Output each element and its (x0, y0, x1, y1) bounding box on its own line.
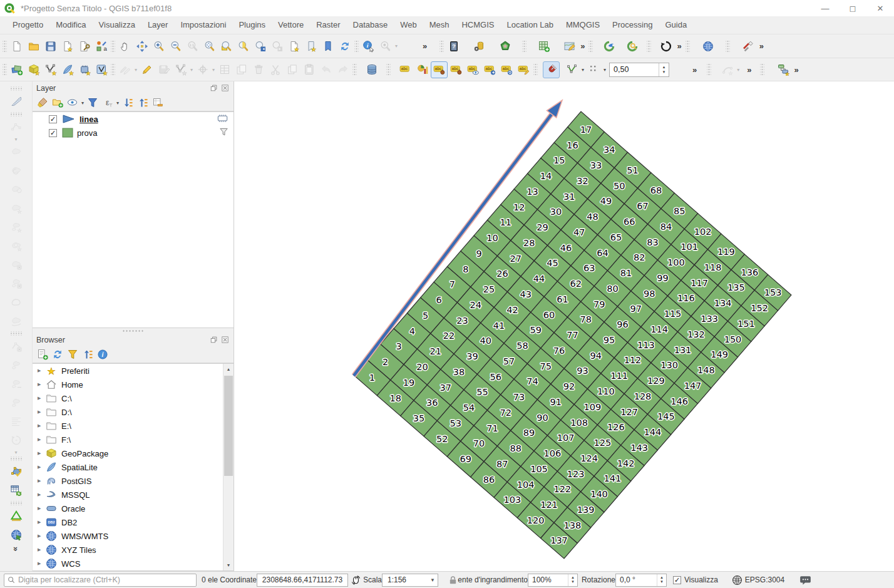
expand-arrow-icon[interactable]: ▶ (38, 437, 45, 442)
menu-guida[interactable]: Guida (659, 16, 693, 34)
pan-to-selection-icon[interactable] (133, 38, 150, 54)
processing-toolbox-icon[interactable] (471, 38, 488, 54)
osm-place-search-plugin-icon[interactable] (8, 527, 24, 544)
menu-raster[interactable]: Raster (310, 16, 346, 34)
edit-map-plugin-icon[interactable] (561, 38, 578, 54)
curve-digitizing-dropdown-icon[interactable]: ▾ (736, 67, 741, 73)
snapping-options-icon[interactable] (563, 61, 580, 78)
browser-item-e-[interactable]: ▶E:\ (33, 419, 234, 433)
layer-labeling-options-icon[interactable]: abc (397, 61, 414, 78)
identify-features-icon[interactable]: i (360, 38, 377, 54)
collapse-all-icon[interactable] (135, 95, 150, 110)
scrollbar-track[interactable] (224, 374, 234, 560)
toggle-editing-icon[interactable] (138, 61, 155, 78)
digitizing-tools-plugin-icon[interactable] (8, 508, 24, 525)
close-button[interactable]: ✕ (866, 0, 894, 16)
expand-arrow-icon[interactable]: ▶ (38, 382, 45, 387)
run-feature-action-dropdown-icon[interactable]: ▾ (394, 43, 399, 49)
show-spatial-bookmarks-icon[interactable]: ★ (302, 38, 319, 54)
scrollbar-thumb[interactable] (224, 376, 233, 476)
enable-tracing-icon[interactable] (585, 61, 602, 78)
expand-arrow-icon[interactable]: ▶ (38, 451, 45, 456)
expand-arrow-icon[interactable]: ▶ (38, 423, 45, 428)
web-plugin-icon[interactable] (700, 38, 717, 54)
messages-icon[interactable] (799, 574, 811, 586)
snapping-tolerance-spinbox[interactable]: 0,50▲▼ (609, 63, 669, 77)
add-selected-layers-icon[interactable] (35, 347, 50, 362)
layer-visibility-checkbox[interactable]: ✓ (49, 129, 57, 137)
menu-processing[interactable]: Processing (606, 16, 659, 34)
leftbar-overflow-icon[interactable]: » (11, 544, 21, 554)
toolbar-overflow-4-icon[interactable]: » (757, 41, 766, 51)
minimize-button[interactable]: — (811, 0, 839, 16)
scale-combo[interactable]: 1:156 ▼ (382, 574, 438, 587)
toolbar-overflow-6-icon[interactable]: » (744, 65, 754, 75)
browser-item-c-[interactable]: ▶C:\ (33, 391, 234, 405)
toolbar-overflow-5-icon[interactable]: » (690, 65, 699, 75)
expand-arrow-icon[interactable]: ▶ (38, 561, 45, 566)
magnifier-spinbox[interactable]: 100% ▲▼ (528, 574, 578, 587)
open-project-icon[interactable] (25, 38, 42, 54)
layer-visibility-checkbox[interactable]: ✓ (49, 115, 57, 123)
browser-item-wcs[interactable]: ▶WCS (33, 557, 234, 570)
expand-arrow-icon[interactable]: ▶ (38, 410, 45, 415)
pin-unpin-labels-icon[interactable]: abc (448, 61, 465, 78)
new-project-icon[interactable] (8, 38, 25, 54)
browser-item-oracle[interactable]: ▶Oracle (33, 502, 234, 515)
filter-browser-icon[interactable] (65, 347, 80, 362)
coordinate-display[interactable]: 2308648.66,4171112.73 (257, 574, 348, 587)
menu-location-lab[interactable]: Location Lab (500, 16, 559, 34)
magnifier-spin-arrows-icon[interactable]: ▲▼ (568, 574, 577, 586)
layer-name[interactable]: prova (77, 128, 219, 138)
layer-name[interactable]: linea (80, 115, 217, 124)
scroll-up-icon[interactable]: ▲ (224, 364, 234, 374)
add-delimited-text-layer-icon[interactable]: ★ (59, 61, 76, 78)
qgis-resource-plugin-icon[interactable] (600, 38, 617, 54)
enable-tracing-dropdown-icon[interactable]: ▾ (602, 67, 607, 73)
bookmark-manager-icon[interactable] (319, 38, 336, 54)
rotation-spin-arrows-icon[interactable]: ▲▼ (657, 574, 666, 586)
map-canvas[interactable]: 1234567891011121314151617181920212223242… (234, 81, 894, 571)
add-geopackage-layer-icon[interactable]: ★ (25, 61, 42, 78)
help-contents-icon[interactable]: ? (445, 38, 462, 54)
remove-layer-icon[interactable] (150, 95, 165, 110)
filter-by-expression-dropdown-icon[interactable]: ▾ (115, 100, 120, 106)
menu-mesh[interactable]: Mesh (423, 16, 456, 34)
filter-legend-icon[interactable] (85, 95, 100, 110)
highlight-pinned-labels-icon[interactable]: abc (431, 61, 448, 78)
style-manager-icon[interactable]: a (93, 38, 110, 54)
add-vector-layer-icon[interactable]: ★ (42, 61, 59, 78)
toolbar-overflow-2-icon[interactable]: » (578, 41, 587, 51)
graphical-modeler-plugin-icon[interactable]: 001★ (774, 61, 791, 78)
layer-item-prova[interactable]: ✓prova (33, 126, 234, 140)
digitize-with-segment-dropdown-icon[interactable]: ▾ (189, 67, 194, 73)
db-manager-icon[interactable] (363, 61, 380, 78)
refresh-map-icon[interactable] (336, 38, 353, 54)
refresh-browser-icon[interactable] (50, 347, 65, 362)
rotate-point-symbols-dropdown-icon[interactable]: ▾ (14, 450, 19, 455)
render-checkbox[interactable]: ✓ (673, 576, 681, 584)
memory-layer-indicator-icon[interactable] (217, 114, 229, 125)
browser-item-postgis[interactable]: ▶PostGIS (33, 474, 234, 488)
change-label-icon[interactable]: abc (515, 61, 532, 78)
zoom-out-icon[interactable] (167, 38, 184, 54)
menu-impostazioni[interactable]: Impostazioni (174, 16, 232, 34)
browser-item-xyz-tiles[interactable]: ▶XYZ Tiles (33, 543, 234, 557)
check-geometries-icon[interactable] (8, 463, 24, 480)
browser-item-wms-wmts[interactable]: ▶WMS/WMTS (33, 529, 234, 543)
toolbar-overflow-1-icon[interactable]: » (420, 41, 429, 51)
vertex-tool-dropdown-icon[interactable]: ▾ (14, 137, 19, 142)
snapping-options-dropdown-icon[interactable]: ▾ (580, 67, 585, 73)
rotation-spinbox[interactable]: 0,0 ° ▲▼ (615, 574, 667, 587)
expand-arrow-icon[interactable]: ▶ (38, 506, 45, 511)
cad-tools-icon[interactable] (8, 93, 24, 110)
browser-item-geopackage[interactable]: ▶GeoPackage (33, 446, 234, 460)
add-grid-icon[interactable] (535, 38, 552, 54)
expand-arrow-icon[interactable]: ▶ (38, 492, 45, 497)
current-edits-dropdown-icon[interactable]: ▾ (133, 67, 138, 73)
qgis-search-plugin-icon[interactable] (624, 38, 640, 54)
expand-arrow-icon[interactable]: ▶ (38, 520, 45, 525)
toolbar-overflow-7-icon[interactable]: » (791, 65, 801, 75)
expand-arrow-icon[interactable]: ▶ (38, 396, 45, 401)
add-virtual-layer-icon[interactable]: ★ (93, 61, 110, 78)
